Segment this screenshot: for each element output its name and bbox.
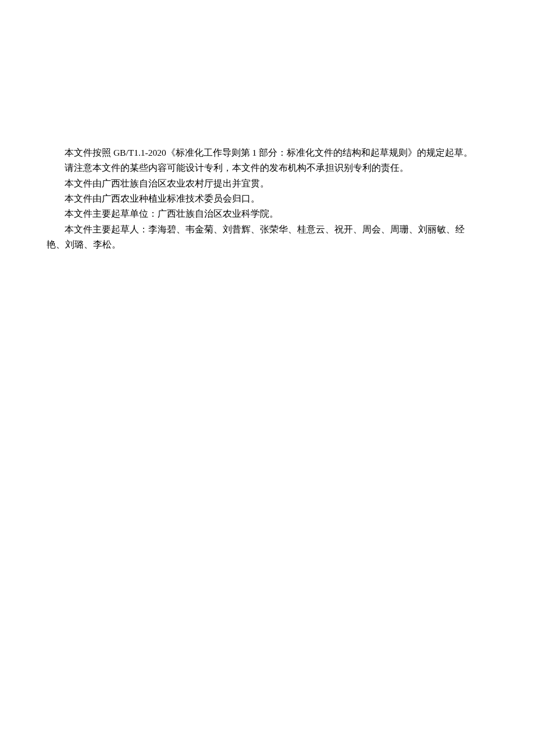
paragraph-proposing-org: 本文件由广西壮族自治区农业农村厅提出并宜贯。 [47, 176, 488, 191]
paragraph-patent-notice: 请注意本文件的某些内容可能设计专利，本文件的发布机构不承担识别专利的责任。 [47, 160, 488, 175]
paragraph-standard-basis: 本文件按照 GB/T1.1-2020《标准化工作导则第 1 部分：标准化文件的结… [47, 145, 488, 160]
paragraph-technical-committee: 本文件由广西农业种植业标准技术委员会归口。 [47, 191, 488, 206]
document-body: 本文件按照 GB/T1.1-2020《标准化工作导则第 1 部分：标准化文件的结… [47, 145, 488, 252]
paragraph-drafting-unit: 本文件主要起草单位：广西壮族自治区农业科学院。 [47, 206, 488, 221]
paragraph-drafters-line2: 艳、刘璐、李松。 [47, 237, 488, 252]
paragraph-drafters-line1: 本文件主要起草人：李海碧、韦金菊、刘昔辉、张荣华、桂意云、祝开、周会、周珊、刘丽… [47, 222, 488, 237]
